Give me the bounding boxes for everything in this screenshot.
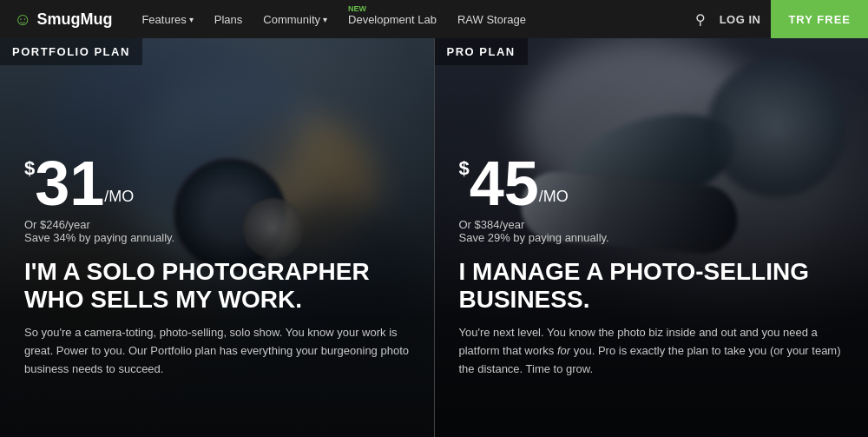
portfolio-price-symbol: $ — [24, 157, 35, 180]
nav-devlab[interactable]: NEW Development Lab — [339, 0, 445, 38]
nav-right: ⚲ LOG IN TRY FREE — [692, 0, 854, 38]
nav-community[interactable]: Community ▾ — [254, 0, 336, 38]
portfolio-description: So you're a camera-toting, photo-selling… — [24, 324, 410, 378]
logo-icon: ☺ — [14, 10, 31, 30]
portfolio-content: PORTFOLIO PLAN $ 31 /MO Or $246/year Sav… — [0, 38, 434, 437]
chevron-down-icon: ▾ — [323, 15, 327, 24]
pro-price-block: $ 45 /MO — [459, 152, 845, 215]
pro-plan-card: PRO PLAN $ 45 /MO Or $384/year Save 29% … — [435, 38, 869, 437]
nav-plans[interactable]: Plans — [206, 0, 252, 38]
pro-headline: I MANAGE A PHOTO-SELLING BUSINESS. — [459, 258, 845, 314]
chevron-down-icon: ▾ — [189, 15, 194, 24]
portfolio-plan-card: PORTFOLIO PLAN $ 31 /MO Or $246/year Sav… — [0, 38, 435, 437]
nav-features[interactable]: Features ▾ — [133, 0, 201, 38]
pro-price-symbol: $ — [459, 157, 470, 180]
portfolio-price-period: /MO — [104, 188, 134, 206]
new-badge: NEW — [348, 4, 366, 13]
pro-annual: Or $384/year — [459, 218, 845, 231]
plans-container: PORTFOLIO PLAN $ 31 /MO Or $246/year Sav… — [0, 38, 868, 437]
nav-raw-storage[interactable]: RAW Storage — [449, 0, 535, 38]
search-icon[interactable]: ⚲ — [692, 8, 709, 31]
try-free-button[interactable]: TRY FREE — [771, 0, 868, 38]
portfolio-price-block: $ 31 /MO — [24, 152, 410, 215]
portfolio-label: PORTFOLIO PLAN — [0, 38, 142, 65]
portfolio-price-amount: 31 — [35, 152, 104, 215]
pro-price-amount: 45 — [470, 152, 539, 215]
login-button[interactable]: LOG IN — [720, 13, 761, 26]
portfolio-save: Save 34% by paying annually. — [24, 231, 410, 244]
nav-links: Features ▾ Plans Community ▾ NEW Develop… — [133, 0, 691, 38]
pro-content: PRO PLAN $ 45 /MO Or $384/year Save 29% … — [435, 38, 869, 437]
navbar: ☺ SmugMug Features ▾ Plans Community ▾ N… — [0, 0, 868, 38]
portfolio-annual: Or $246/year — [24, 218, 410, 231]
logo[interactable]: ☺ SmugMug — [14, 10, 112, 30]
pro-save: Save 29% by paying annually. — [459, 231, 845, 244]
pro-label: PRO PLAN — [435, 38, 528, 65]
pro-description: You're next level. You know the photo bi… — [459, 324, 845, 378]
portfolio-headline: I'M A SOLO PHOTOGRAPHER WHO SELLS MY WOR… — [24, 258, 410, 314]
logo-text: SmugMug — [36, 10, 112, 29]
pro-price-period: /MO — [539, 188, 569, 206]
